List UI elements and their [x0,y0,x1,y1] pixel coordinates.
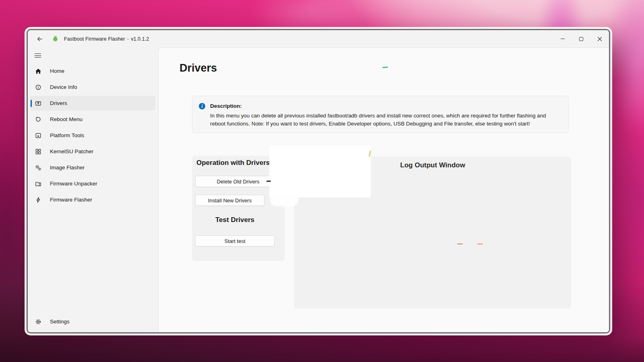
sidebar-item-label: KernelSU Patcher [50,148,93,154]
sidebar-item-drivers[interactable]: Drivers [30,96,155,111]
gear-icon [35,319,41,325]
sidebar-item-firmware-flasher[interactable]: Firmware Flasher [30,192,155,207]
window-title: Fastboot Firmware Flasher-v1.0.1.2 [64,36,149,42]
operations-title: Operation with Drivers [196,159,270,167]
platform-tools-icon [35,132,41,139]
sidebar-item-label: Home [50,68,64,74]
back-arrow-icon [36,36,43,42]
sidebar-item-firmware-unpacker[interactable]: Firmware Unpacker [30,176,155,191]
sidebar-item-label: Settings [50,319,70,325]
info-icon: i [199,103,205,109]
red-dash-artifact [457,243,463,245]
red-dash-artifact [477,243,483,245]
black-dash-artifact [266,181,271,182]
description-body: In this menu you can delete all previous… [210,112,563,128]
start-test-button[interactable]: Start test [195,235,275,247]
maximize-icon [579,37,583,41]
minimize-icon [561,39,565,39]
sidebar-item-home[interactable]: Home [30,64,155,78]
reboot-icon [35,116,41,123]
close-button[interactable] [590,30,609,47]
sidebar-item-label: Image Flasher [50,165,85,171]
sidebar-item-device-info[interactable]: Device Info [30,80,155,95]
info-circle-icon [35,84,41,90]
sidebar-item-label: Firmware Unpacker [50,181,97,187]
home-icon [35,68,41,74]
sidebar-item-reboot-menu[interactable]: Reboot Menu [30,112,155,127]
minimize-button[interactable] [553,30,572,47]
navigation-sidebar: Home Device Info Drivers [28,47,158,332]
sidebar-item-label: Drivers [50,100,67,106]
install-new-drivers-button[interactable]: Install New Drivers [195,195,264,206]
maximize-button[interactable] [572,30,590,47]
content-pane: Drivers i Description: In this menu you … [158,47,609,332]
sidebar-item-image-flasher[interactable]: Image Flasher [30,160,155,175]
back-button[interactable] [33,33,46,45]
lightning-icon [35,197,41,203]
page-title: Drivers [180,62,217,74]
sidebar-item-settings[interactable]: Settings [30,314,155,329]
description-heading: Description: [210,103,242,109]
drivers-install-icon [35,100,41,107]
sidebar-item-label: Device Info [50,84,77,90]
selection-indicator [31,100,32,107]
sidebar-item-kernelsu-patcher[interactable]: KernelSU Patcher [30,144,155,159]
app-window: Fastboot Firmware Flasher-v1.0.1.2 [27,29,610,333]
green-dash-artifact [382,66,388,68]
sidebar-item-label: Platform Tools [50,132,84,138]
sidebar-item-label: Firmware Flasher [50,197,92,203]
sidebar-item-platform-tools[interactable]: Platform Tools [30,128,155,143]
app-logo-icon [52,35,59,42]
test-drivers-title: Test Drivers [195,216,275,224]
sidebar-item-label: Reboot Menu [50,116,83,122]
redaction-overlay-blob [270,194,298,206]
titlebar[interactable]: Fastboot Firmware Flasher-v1.0.1.2 [28,30,609,47]
grid-icon [35,148,41,155]
nav-menu-button[interactable] [31,49,45,62]
folder-icon [35,181,41,187]
close-icon [597,37,602,41]
redaction-overlay [269,145,371,197]
description-infobar: i Description: In this menu you can dele… [192,96,569,133]
gears-icon [35,165,41,171]
